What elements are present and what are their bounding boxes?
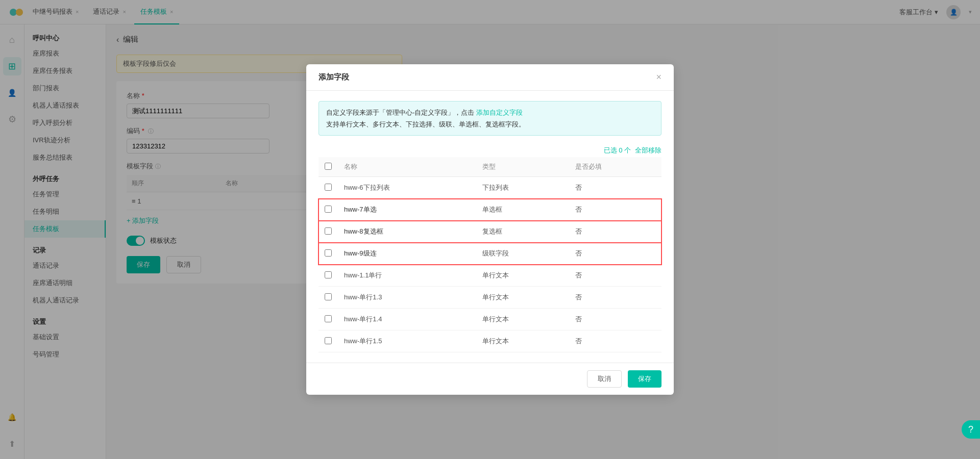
modal-cancel-button[interactable]: 取消: [587, 370, 622, 388]
selected-area: 已选 0 个 全部移除: [604, 146, 662, 155]
modal-table-row: hww-单行1.5 单行文本 否: [318, 330, 662, 352]
row-checkbox-1[interactable]: [325, 206, 332, 213]
modal-table-row: hww-6下拉列表 下拉列表 否: [318, 177, 662, 199]
modal-header: 添加字段 ×: [306, 64, 674, 91]
selected-count: 0: [619, 146, 622, 154]
selected-info: 已选 0 个: [604, 146, 631, 155]
col-type-header: 类型: [476, 157, 569, 177]
modal-table-row: hww-7单选 单选框 否: [318, 199, 662, 221]
modal-table-row: hww-8复选框 复选框 否: [318, 221, 662, 243]
modal-overlay[interactable]: 添加字段 × 自定义字段来源于「管理中心-自定义字段」，点击 添加自定义字段 支…: [0, 0, 980, 459]
modal-title: 添加字段: [318, 72, 349, 82]
modal-close-button[interactable]: ×: [656, 72, 662, 82]
modal-save-button[interactable]: 保存: [628, 370, 662, 388]
col-required-header: 是否必填: [569, 157, 662, 177]
row-checkbox-4[interactable]: [325, 271, 332, 278]
row-checkbox-5[interactable]: [325, 293, 332, 300]
help-button[interactable]: ?: [962, 420, 980, 439]
modal-fields-table: 名称 类型 是否必填 hww-6下拉列表 下拉列表 否 hww-7单选 单选框 …: [318, 157, 662, 352]
modal-table-header: 名称 类型 是否必填: [318, 157, 662, 177]
row-checkbox-2[interactable]: [325, 227, 332, 235]
modal-table-row: hww-单行1.3 单行文本 否: [318, 287, 662, 309]
select-all-checkbox[interactable]: [325, 163, 332, 170]
add-field-modal: 添加字段 × 自定义字段来源于「管理中心-自定义字段」，点击 添加自定义字段 支…: [306, 64, 674, 395]
row-checkbox-3[interactable]: [325, 249, 332, 257]
modal-table-row: hww-1.1单行 单行文本 否: [318, 265, 662, 287]
row-checkbox-7[interactable]: [325, 337, 332, 344]
row-checkbox-0[interactable]: [325, 184, 332, 191]
modal-table-row: hww-9级连 级联字段 否: [318, 243, 662, 265]
modal-footer: 取消 保存: [306, 363, 674, 395]
row-checkbox-6[interactable]: [325, 315, 332, 322]
col-name-header: 名称: [338, 157, 476, 177]
remove-all-button[interactable]: 全部移除: [635, 146, 662, 155]
add-custom-field-link[interactable]: 添加自定义字段: [476, 109, 523, 116]
modal-table-row: hww-单行1.4 单行文本 否: [318, 309, 662, 330]
modal-table-header-row: 已选 0 个 全部移除: [318, 146, 662, 155]
col-select-all: [318, 157, 338, 177]
modal-info-banner: 自定义字段来源于「管理中心-自定义字段」，点击 添加自定义字段 支持单行文本、多…: [318, 101, 662, 136]
modal-body: 自定义字段来源于「管理中心-自定义字段」，点击 添加自定义字段 支持单行文本、多…: [306, 91, 674, 363]
